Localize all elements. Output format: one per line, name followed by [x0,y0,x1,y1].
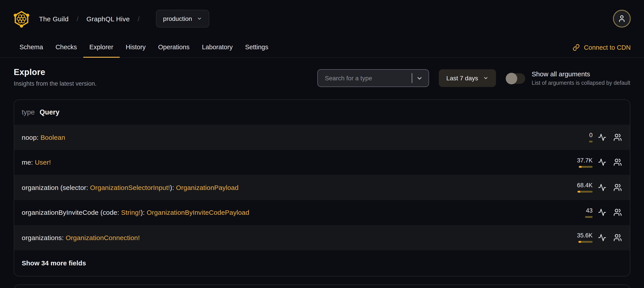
field-stats: 43 [573,207,622,218]
breadcrumb-organization[interactable]: The Guild [39,15,69,23]
type-link[interactable]: OrganizationByInviteCodePayload [147,209,249,216]
usage-bar [579,166,592,168]
type-link[interactable]: String! [121,209,140,216]
field-row[interactable]: organization (selector: OrganizationSele… [14,175,630,200]
type-link[interactable]: OrganizationConnection! [66,234,140,241]
connect-to-cdn-link[interactable]: Connect to CDN [573,37,631,57]
usage-bar-fill [581,241,592,243]
page-title-block: Explore Insights from the latest version… [14,68,96,87]
usage-bar-cap [579,166,582,168]
app-root: The Guild / GraphQL Hive / production Sc… [0,0,644,288]
request-count: 43 [586,207,592,214]
field-row[interactable]: organizations: OrganizationConnection! 3… [14,225,630,250]
main-content: Explore Insights from the latest version… [0,68,644,288]
tab-checks[interactable]: Checks [49,37,83,58]
field-signature: organization (selector: OrganizationSele… [22,184,238,191]
period-selector[interactable]: Last 7 days [439,69,496,87]
tab-settings[interactable]: Settings [239,37,274,58]
usage-bar-fill [589,141,592,143]
field-row[interactable]: me: User! 37.7K [14,150,630,175]
usage-bar-fill [580,191,592,193]
type-card-query: type Query noop: Boolean 0 me: User! [14,99,630,276]
usage-bar-cap [578,241,581,243]
link-icon [573,44,580,51]
activity-icon[interactable] [597,132,607,142]
field-usage: 68.4K [573,182,592,193]
field-usage: 35.6K [573,232,592,243]
field-stats: 68.4K [573,182,622,193]
usage-bar-cap [578,191,580,193]
field-stats: 37.7K [573,157,622,168]
topbar: The Guild / GraphQL Hive / production [0,0,644,37]
next-type-card-partial [14,284,630,288]
field-name-text: organizations: [22,234,66,241]
field-stats: 35.6K [573,232,622,243]
field-signature: noop: Boolean [22,134,65,141]
page-subtitle: Insights from the latest version. [14,80,96,87]
activity-icon[interactable] [597,183,607,192]
page-title: Explore [14,68,96,77]
activity-icon[interactable] [597,208,607,217]
users-icon[interactable] [612,208,622,217]
usage-bar-fill [582,166,592,168]
type-name[interactable]: Query [40,108,60,116]
field-name-text: ): [170,184,176,191]
hive-logo-icon[interactable] [13,10,30,28]
tab-explorer[interactable]: Explorer [83,37,120,58]
field-name-text: organizationByInviteCode (code: [22,209,121,216]
activity-icon[interactable] [597,158,607,167]
search-dropdown-button[interactable] [415,75,424,81]
type-link[interactable]: Boolean [40,134,66,141]
tab-label: Operations [158,44,190,51]
field-name-text: me: [22,159,35,166]
user-menu-button[interactable] [613,10,631,28]
chevron-down-icon [197,16,202,21]
user-icon [618,15,626,23]
show-all-arguments-toggle[interactable] [506,73,525,84]
type-link[interactable]: OrganizationSelectorInput! [90,184,170,191]
cdn-link-label: Connect to CDN [584,44,631,51]
show-more-fields-button[interactable]: Show 34 more fields [22,259,86,267]
field-stats: 0 [573,132,622,143]
request-count: 37.7K [577,157,592,164]
tab-laboratory[interactable]: Laboratory [196,37,239,58]
type-link[interactable]: OrganizationPayload [176,184,238,191]
breadcrumb-project[interactable]: GraphQL Hive [86,15,130,23]
usage-bar [585,216,592,218]
explorer-controls: Last 7 days Show all arguments List of a… [317,69,630,87]
tab-label: Laboratory [202,44,233,51]
tab-label: History [126,44,146,51]
field-row[interactable]: organizationByInviteCode (code: String!)… [14,200,630,225]
tab-schema[interactable]: Schema [13,37,49,58]
toggle-description: List of arguments is collapsed by defaul… [532,80,630,86]
search-input[interactable] [324,74,410,82]
field-usage: 43 [573,207,592,218]
tab-label: Explorer [89,44,113,51]
chevron-down-icon [483,75,488,81]
users-icon[interactable] [612,233,622,242]
toggle-knob [506,73,517,84]
request-count: 0 [589,132,592,139]
request-count: 35.6K [577,232,592,239]
request-count: 68.4K [577,182,592,189]
type-kind-label: type [22,108,35,116]
type-link[interactable]: User! [35,159,51,166]
field-usage: 0 [573,132,592,143]
users-icon[interactable] [612,132,622,142]
tab-history[interactable]: History [120,37,152,58]
activity-icon[interactable] [597,233,607,242]
users-icon[interactable] [612,158,622,167]
tab-label: Settings [245,44,268,51]
period-selector-value: Last 7 days [446,75,478,82]
field-usage: 37.7K [573,157,592,168]
field-row[interactable]: noop: Boolean 0 [14,125,630,150]
type-card-footer: Show 34 more fields [14,250,630,276]
target-selector[interactable]: production [156,10,210,28]
usage-bar [578,241,592,243]
field-row-list: noop: Boolean 0 me: User! 37.7K [14,125,630,250]
field-name-text: organization (selector: [22,184,90,191]
tab-operations[interactable]: Operations [152,37,196,58]
users-icon[interactable] [612,183,622,192]
breadcrumb-separator: / [138,15,140,23]
toggle-title: Show all arguments [532,70,630,78]
